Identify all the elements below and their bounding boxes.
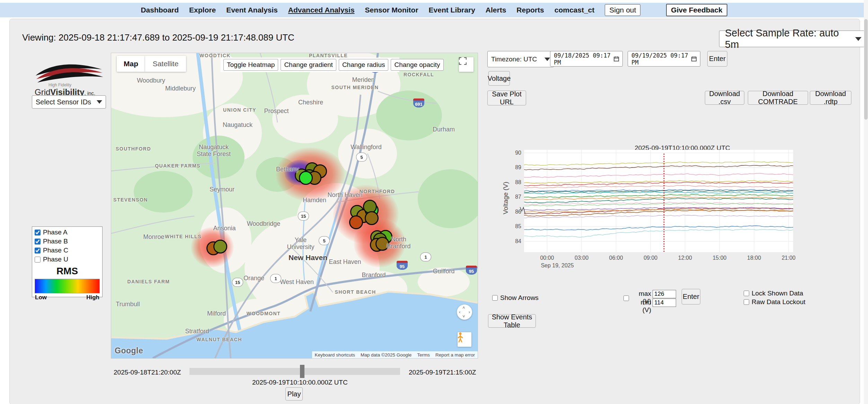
phase-a-checkbox[interactable] <box>35 230 41 235</box>
map-label-woodbury: Woodbury <box>137 77 165 84</box>
map-label-walnut-beach: WALNUT BEACH <box>196 337 242 342</box>
voltage-button[interactable]: Voltage <box>488 71 510 86</box>
show-arrows-checkbox[interactable]: Show Arrows <box>492 294 539 302</box>
svg-text:21:00: 21:00 <box>782 255 796 261</box>
lock-shown-data-input[interactable] <box>744 291 749 296</box>
phase-c-checkbox[interactable] <box>35 248 41 253</box>
sensor-marker[interactable] <box>365 211 379 225</box>
timezone-select[interactable]: Timezone: UTC <box>487 51 554 67</box>
pan-down-icon[interactable]: ˅ <box>462 314 465 319</box>
sign-out-button[interactable]: Sign out <box>605 4 640 16</box>
timeline-slider[interactable] <box>189 368 400 375</box>
nav-item-event-analysis[interactable]: Event Analysis <box>226 6 278 14</box>
sensor-marker[interactable] <box>213 240 227 253</box>
phase-u-checkbox[interactable] <box>35 257 41 263</box>
show-events-table-button[interactable]: Show Events Table <box>488 314 536 328</box>
sensor-ids-select[interactable]: Select Sensor IDs <box>32 95 106 109</box>
svg-text:85: 85 <box>515 223 521 229</box>
datetime-enter-button[interactable]: Enter <box>707 51 727 67</box>
max-v-input[interactable] <box>653 290 676 298</box>
map-label-north-haven: North Haven <box>327 192 362 199</box>
svg-text:90: 90 <box>515 150 521 156</box>
svg-text:03:00: 03:00 <box>575 255 588 261</box>
phase-label: Phase A <box>43 229 68 236</box>
toggle-heatmap-button[interactable]: Toggle Heatmap <box>223 59 278 71</box>
end-datetime-input[interactable]: 09/19/2025 09:17 PM <box>628 51 700 67</box>
svg-text:87: 87 <box>515 194 521 200</box>
minmax-enter-button[interactable]: Enter <box>682 289 700 304</box>
attribution-report-a-map-error[interactable]: Report a map error <box>433 352 478 358</box>
satellite-view-button[interactable]: Satellite <box>145 56 186 72</box>
save-plot-url-button[interactable]: Save Plot URL <box>487 91 526 105</box>
minmax-apply-checkbox[interactable] <box>623 295 629 301</box>
nav-item-alerts[interactable]: Alerts <box>486 6 506 14</box>
play-button[interactable]: Play <box>285 387 303 401</box>
change-radius-button[interactable]: Change radius <box>339 59 389 71</box>
page-scrollbar[interactable] <box>864 0 868 404</box>
map-label-milford: Milford <box>207 310 226 317</box>
nav-item-event-library[interactable]: Event Library <box>429 6 475 14</box>
raw-data-lockout-checkbox[interactable]: Raw Data Lockout <box>744 298 805 306</box>
lock-shown-data-checkbox[interactable]: Lock Shown Data <box>744 290 803 297</box>
attribution-terms[interactable]: Terms <box>414 352 433 358</box>
svg-text:88: 88 <box>515 179 521 185</box>
map-label-stratford: Stratford <box>185 328 209 335</box>
scrollbar-thumb[interactable] <box>864 19 868 120</box>
sample-rate-value: Select Sample Rate: auto 5m <box>725 27 855 50</box>
map-view-button[interactable]: Map <box>117 56 145 72</box>
raw-data-lockout-input[interactable] <box>744 299 749 305</box>
attribution-map-data-2025-google[interactable]: Map data ©2025 Google <box>358 352 414 358</box>
download-csv-button[interactable]: Download .csv <box>705 91 744 105</box>
svg-text:06:00: 06:00 <box>609 255 623 261</box>
download-rdtp-button[interactable]: Download .rdtp <box>810 91 851 105</box>
nav-item-reports[interactable]: Reports <box>516 6 544 14</box>
phase-row-phase-b[interactable]: Phase B <box>35 238 102 245</box>
phase-row-phase-a[interactable]: Phase A <box>35 229 102 236</box>
pan-left-icon[interactable]: ‹ <box>459 309 460 315</box>
sensor-marker[interactable] <box>349 215 363 229</box>
change-opacity-button[interactable]: Change opacity <box>391 59 443 71</box>
phase-label: Phase C <box>43 247 68 254</box>
rms-high-label: High <box>86 294 99 301</box>
timeline-current-label: 2025-09-19T10:10:00.000Z UTC <box>252 379 356 386</box>
nav-item-sensor-monitor[interactable]: Sensor Monitor <box>365 6 418 14</box>
svg-text:15:00: 15:00 <box>712 255 726 261</box>
map-label-naugatuck-state-forest: Naugatuck State Forest <box>197 144 231 158</box>
start-datetime-input[interactable]: 09/18/2025 09:17 PM <box>550 51 623 67</box>
fullscreen-button[interactable] <box>459 57 473 72</box>
google-map[interactable]: WoodburyMiddleburyWOODTICKPLANTSVILLEMer… <box>111 53 478 359</box>
minmax-apply-input[interactable] <box>623 295 629 301</box>
nav-item-advanced-analysis[interactable]: Advanced Analysis <box>288 6 355 14</box>
show-arrows-input[interactable] <box>492 295 498 301</box>
phase-label: Phase U <box>43 256 68 263</box>
attribution-keyboard-shortcuts[interactable]: Keyboard shortcuts <box>312 352 358 358</box>
svg-text:86: 86 <box>515 209 521 215</box>
calendar-icon[interactable] <box>614 56 619 62</box>
phase-row-phase-u[interactable]: Phase U <box>35 256 102 263</box>
pan-up-icon[interactable]: ˄ <box>462 305 465 310</box>
phase-row-phase-c[interactable]: Phase C <box>35 247 102 254</box>
timeline-slider-thumb[interactable] <box>300 365 304 378</box>
download-comtrade-button[interactable]: Download COMTRADE <box>748 91 808 105</box>
nav-item-explore[interactable]: Explore <box>189 6 216 14</box>
nav-item-comcast-ct[interactable]: comcast_ct <box>555 6 595 14</box>
street-view-pegman[interactable] <box>458 332 471 347</box>
calendar-icon[interactable] <box>691 56 697 62</box>
sensor-ids-value: Select Sensor IDs <box>36 98 91 106</box>
map-label-northford: NORTHFORD <box>360 189 395 194</box>
pan-right-icon[interactable]: › <box>469 309 470 315</box>
google-logo: Google <box>115 346 143 355</box>
min-v-input[interactable] <box>653 299 676 307</box>
phase-b-checkbox[interactable] <box>35 239 41 244</box>
nav-item-dashboard[interactable]: Dashboard <box>141 6 179 14</box>
voltage-chart[interactable]: 8485868788899000:00Sep 19, 202503:0006:0… <box>497 140 802 272</box>
timeline-start-label: 2025-09-18T21:20:00Z <box>114 369 181 376</box>
svg-text:84: 84 <box>515 238 521 244</box>
pan-control[interactable]: ˄ ˅ ‹ › <box>457 304 472 320</box>
map-label-monroe: Monroe <box>143 234 164 241</box>
change-gradient-button[interactable]: Change gradient <box>281 59 336 71</box>
sensor-marker[interactable] <box>299 171 313 185</box>
give-feedback-button[interactable]: Give Feedback <box>666 4 727 16</box>
map-label-meriden: Meriden <box>352 77 374 84</box>
sample-rate-select[interactable]: Select Sample Rate: auto 5m <box>719 31 867 47</box>
